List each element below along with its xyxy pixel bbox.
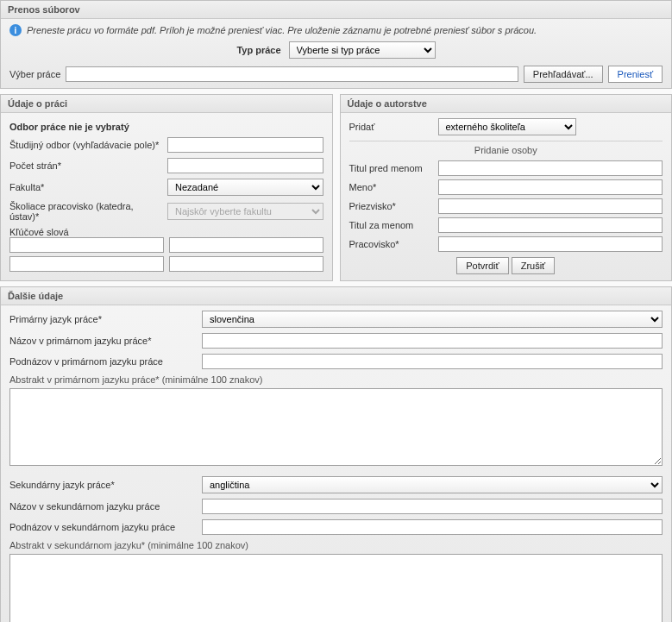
authorship-title: Údaje o autorstve <box>341 95 672 113</box>
department-label: Školiace pracovisko (katedra, ústav)* <box>9 201 160 222</box>
file-transfer-title: Prenos súborov <box>1 1 671 19</box>
work-data-panel: Údaje o práci Odbor práce nie je vybratý… <box>0 94 333 281</box>
confirm-button[interactable]: Potvrdiť <box>456 257 508 274</box>
secondary-lang-label: Sekundárny jazyk práce* <box>9 480 195 490</box>
info-icon: i <box>9 24 22 36</box>
title-before-input[interactable] <box>438 160 663 176</box>
other-data-title: Ďalšie údaje <box>1 287 671 305</box>
keyword-input-1[interactable] <box>9 237 164 253</box>
keywords-label: Kľúčové slová <box>9 227 69 237</box>
workplace-input[interactable] <box>438 236 663 252</box>
browse-button[interactable]: Prehľadávať... <box>524 66 603 83</box>
pages-input[interactable] <box>167 158 323 173</box>
person-add-header: Pridanie osoby <box>349 141 663 160</box>
firstname-label: Meno* <box>349 182 431 192</box>
subtitle-secondary-input[interactable] <box>202 519 663 535</box>
file-path-input[interactable] <box>66 66 518 82</box>
add-select[interactable]: externého školiteľa <box>438 118 576 135</box>
lastname-input[interactable] <box>438 198 663 214</box>
file-transfer-panel: Prenos súborov i Preneste prácu vo formá… <box>0 0 672 89</box>
title-secondary-input[interactable] <box>202 499 663 514</box>
work-type-label: Typ práce <box>236 45 280 55</box>
title-after-input[interactable] <box>438 217 663 233</box>
subtitle-secondary-label: Podnázov v sekundárnom jazyku práce <box>9 522 195 532</box>
faculty-label: Fakulta* <box>9 182 160 192</box>
info-text: Preneste prácu vo formáte pdf. Príloh je… <box>27 25 537 35</box>
primary-lang-select[interactable]: slovenčina <box>202 311 663 328</box>
choose-file-label: Výber práce <box>9 69 60 79</box>
study-field-input[interactable] <box>167 137 323 153</box>
keyword-input-4[interactable] <box>169 256 323 272</box>
work-type-select[interactable]: Vyberte si typ práce <box>289 41 436 59</box>
upload-button[interactable]: Preniesť <box>608 66 663 83</box>
keyword-input-2[interactable] <box>169 237 323 253</box>
secondary-lang-select[interactable]: angličtina <box>202 476 663 493</box>
department-select[interactable]: Najskôr vyberte fakultu <box>167 203 323 220</box>
title-after-label: Titul za menom <box>349 220 431 230</box>
cancel-button[interactable]: Zrušiť <box>512 257 556 274</box>
subtitle-primary-label: Podnázov v primárnom jazyku práce <box>9 356 195 367</box>
keyword-input-3[interactable] <box>9 256 164 272</box>
branch-not-selected: Odbor práce nie je vybratý <box>9 118 323 137</box>
study-field-label: Študijný odbor (vyhľadávacie pole)* <box>9 140 160 150</box>
authorship-panel: Údaje o autorstve Pridať externého školi… <box>340 94 673 281</box>
abstract-primary-label: Abstrakt v primárnom jazyku práce* (mini… <box>9 374 663 385</box>
add-label: Pridať <box>349 122 431 132</box>
title-primary-input[interactable] <box>202 333 663 349</box>
primary-lang-label: Primárny jazyk práce* <box>9 314 195 324</box>
lastname-label: Priezvisko* <box>349 201 431 211</box>
title-before-label: Titul pred menom <box>349 163 431 173</box>
abstract-secondary-textarea[interactable] <box>9 554 663 622</box>
work-data-title: Údaje o práci <box>1 95 332 113</box>
other-data-panel: Ďalšie údaje Primárny jazyk práce* slove… <box>0 286 672 622</box>
title-secondary-label: Názov v sekundárnom jazyku práce <box>9 501 195 512</box>
abstract-secondary-label: Abstrakt v sekundárnom jazyku* (minimáln… <box>9 540 663 550</box>
info-message: i Preneste prácu vo formáte pdf. Príloh … <box>9 24 663 36</box>
abstract-primary-textarea[interactable] <box>9 388 663 466</box>
title-primary-label: Názov v primárnom jazyku práce* <box>9 336 195 346</box>
workplace-label: Pracovisko* <box>349 239 431 249</box>
faculty-select[interactable]: Nezadané <box>167 179 323 196</box>
firstname-input[interactable] <box>438 179 663 195</box>
pages-label: Počet strán* <box>9 160 160 171</box>
subtitle-primary-input[interactable] <box>202 354 663 369</box>
